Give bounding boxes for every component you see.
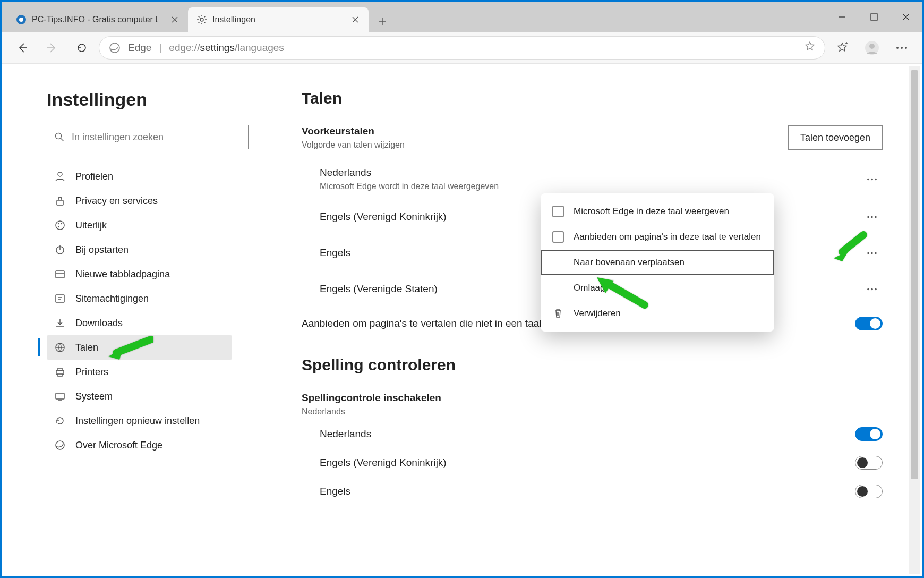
spell-toggle-en[interactable] [855, 484, 883, 498]
spellcheck-enable-sub: Nederlands [302, 407, 441, 416]
annotation-arrow [106, 334, 153, 363]
sidebar-item-about[interactable]: Over Microsoft Edge [47, 433, 232, 457]
svg-point-15 [61, 223, 62, 224]
language-more-button[interactable] [861, 168, 883, 190]
address-bar[interactable]: Edge | edge://settings/languages [99, 36, 825, 60]
system-icon [54, 390, 66, 402]
sidebar-item-startup[interactable]: Bij opstarten [47, 237, 232, 262]
svg-point-36 [871, 288, 873, 290]
sidebar-title: Instellingen [47, 89, 232, 110]
favicon-pctips [16, 14, 27, 25]
sidebar-item-downloads[interactable]: Downloads [47, 311, 232, 335]
forward-button[interactable] [39, 35, 65, 61]
reset-icon [54, 415, 66, 427]
more-button[interactable] [889, 35, 914, 61]
person-icon [54, 171, 66, 182]
gear-icon [196, 14, 207, 25]
popup-remove[interactable]: Verwijderen [541, 301, 774, 326]
language-options-popup: Microsoft Edge in deze taal weergeven Aa… [541, 193, 774, 332]
sidebar-item-printers[interactable]: Printers [47, 360, 232, 384]
url-text: edge://settings/languages [169, 42, 284, 54]
search-icon [55, 132, 64, 142]
svg-point-13 [56, 221, 64, 230]
checkbox[interactable] [552, 231, 564, 243]
svg-point-7 [896, 47, 899, 49]
svg-rect-21 [56, 370, 64, 375]
refresh-button[interactable] [69, 35, 95, 61]
spell-row-en-uk: Engels (Verenigd Koninkrijk) [302, 448, 883, 477]
svg-point-30 [871, 216, 873, 218]
svg-rect-12 [57, 200, 63, 205]
sidebar-item-reset[interactable]: Instellingen opnieuw instellen [47, 409, 232, 433]
svg-point-31 [875, 216, 877, 218]
minimize-button[interactable] [826, 2, 858, 32]
url-protocol: Edge [128, 42, 151, 54]
trash-icon [552, 308, 564, 319]
svg-rect-24 [56, 393, 64, 399]
annotation-arrow [831, 231, 868, 265]
window-close-button[interactable] [890, 2, 922, 32]
window-controls [826, 2, 922, 32]
popup-move-down[interactable]: Omlaag [541, 275, 774, 301]
svg-point-29 [867, 216, 869, 218]
printer-icon [54, 366, 66, 378]
svg-rect-18 [56, 271, 64, 278]
svg-point-33 [871, 252, 873, 254]
scrollbar[interactable] [909, 66, 920, 574]
checkbox[interactable] [552, 206, 564, 217]
spell-toggle-en-uk[interactable] [855, 456, 883, 470]
svg-rect-3 [871, 14, 877, 20]
lock-icon [54, 195, 66, 207]
settings-main: Talen Voorkeurstalen Volgorde van talen … [264, 66, 920, 574]
svg-rect-19 [56, 295, 64, 302]
sidebar-item-privacy[interactable]: Privacy en services [47, 189, 232, 213]
palette-icon [54, 219, 66, 231]
add-languages-button[interactable]: Talen toevoegen [788, 125, 883, 150]
settings-search[interactable] [47, 125, 249, 149]
spellcheck-heading: Spelling controleren [302, 356, 883, 374]
svg-point-27 [871, 178, 873, 180]
translate-toggle[interactable] [855, 317, 883, 330]
svg-point-6 [869, 44, 875, 49]
svg-point-14 [58, 223, 59, 224]
sidebar-item-system[interactable]: Systeem [47, 384, 232, 409]
language-more-button[interactable] [861, 278, 883, 300]
popup-display-in-language[interactable]: Microsoft Edge in deze taal weergeven [541, 199, 774, 224]
power-icon [54, 244, 66, 256]
spellcheck-enable-title: Spellingcontrole inschakelen [302, 392, 441, 404]
settings-search-input[interactable] [72, 132, 241, 143]
profile-button[interactable] [859, 35, 885, 61]
maximize-button[interactable] [858, 2, 890, 32]
language-more-button[interactable] [861, 206, 883, 227]
svg-rect-22 [58, 368, 62, 370]
popup-offer-translate[interactable]: Aanbieden om pagina's in deze taal te ve… [541, 224, 774, 250]
spell-row-nl: Nederlands [302, 420, 883, 448]
new-tab-button[interactable] [372, 11, 393, 32]
svg-point-26 [867, 178, 869, 180]
svg-point-34 [875, 252, 877, 254]
tab-strip: PC-Tips.INFO - Gratis computer t Instell… [2, 2, 922, 32]
svg-point-11 [58, 172, 62, 176]
sidebar-item-sitepermissions[interactable]: Sitemachtigingen [47, 286, 232, 311]
pref-languages-title: Voorkeurstalen [302, 125, 405, 137]
edge-icon [54, 439, 66, 451]
tab-title: PC-Tips.INFO - Gratis computer t [32, 15, 165, 24]
close-icon[interactable] [170, 15, 179, 24]
sidebar-item-appearance[interactable]: Uiterlijk [47, 213, 232, 237]
popup-move-to-top[interactable]: Naar bovenaan verplaatsen [541, 250, 774, 275]
newtab-icon [54, 268, 66, 280]
svg-point-1 [19, 18, 23, 22]
svg-point-37 [875, 288, 877, 290]
spell-toggle-nl[interactable] [855, 427, 883, 441]
scrollbar-thumb[interactable] [911, 70, 918, 479]
sidebar-item-profiles[interactable]: Profielen [47, 164, 232, 189]
tab-settings[interactable]: Instellingen [188, 7, 369, 32]
favorite-star-icon[interactable] [805, 41, 815, 54]
tab-pctips[interactable]: PC-Tips.INFO - Gratis computer t [7, 7, 188, 32]
settings-sidebar: Instellingen Profielen Privacy en servic… [4, 66, 264, 574]
sidebar-item-newtab[interactable]: Nieuwe tabbladpagina [47, 262, 232, 286]
svg-point-9 [905, 47, 907, 49]
close-icon[interactable] [350, 15, 360, 24]
favorites-button[interactable] [829, 35, 855, 61]
back-button[interactable] [10, 35, 35, 61]
